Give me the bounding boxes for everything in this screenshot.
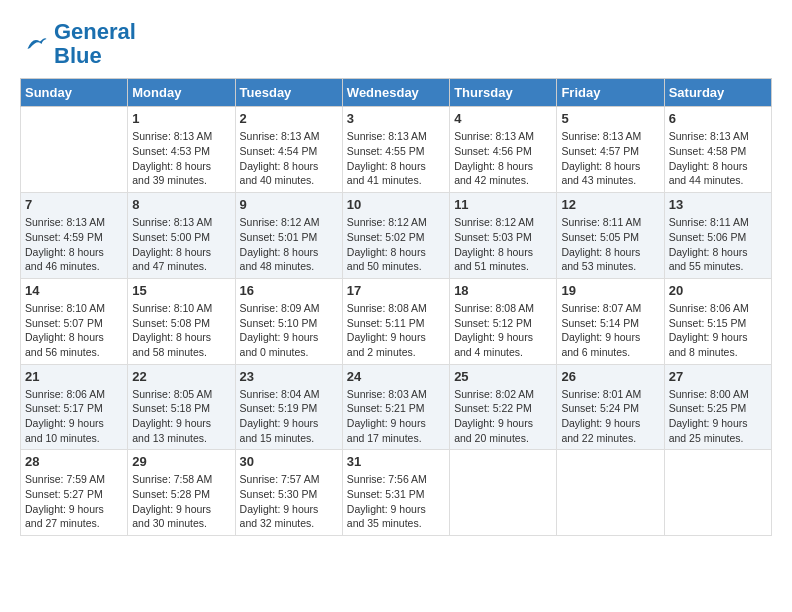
calendar-cell: 31Sunrise: 7:56 AM Sunset: 5:31 PM Dayli… xyxy=(342,450,449,536)
day-info: Sunrise: 8:12 AM Sunset: 5:01 PM Dayligh… xyxy=(240,215,338,274)
day-number: 25 xyxy=(454,369,552,384)
calendar-cell: 7Sunrise: 8:13 AM Sunset: 4:59 PM Daylig… xyxy=(21,193,128,279)
day-info: Sunrise: 8:13 AM Sunset: 4:57 PM Dayligh… xyxy=(561,129,659,188)
day-number: 28 xyxy=(25,454,123,469)
day-number: 15 xyxy=(132,283,230,298)
calendar-cell: 6Sunrise: 8:13 AM Sunset: 4:58 PM Daylig… xyxy=(664,107,771,193)
calendar-cell: 13Sunrise: 8:11 AM Sunset: 5:06 PM Dayli… xyxy=(664,193,771,279)
day-info: Sunrise: 8:13 AM Sunset: 5:00 PM Dayligh… xyxy=(132,215,230,274)
calendar-cell: 22Sunrise: 8:05 AM Sunset: 5:18 PM Dayli… xyxy=(128,364,235,450)
day-number: 11 xyxy=(454,197,552,212)
calendar-cell: 17Sunrise: 8:08 AM Sunset: 5:11 PM Dayli… xyxy=(342,278,449,364)
day-number: 24 xyxy=(347,369,445,384)
calendar-week-row: 21Sunrise: 8:06 AM Sunset: 5:17 PM Dayli… xyxy=(21,364,772,450)
day-number: 9 xyxy=(240,197,338,212)
calendar-cell: 9Sunrise: 8:12 AM Sunset: 5:01 PM Daylig… xyxy=(235,193,342,279)
calendar-cell: 26Sunrise: 8:01 AM Sunset: 5:24 PM Dayli… xyxy=(557,364,664,450)
day-info: Sunrise: 8:13 AM Sunset: 4:56 PM Dayligh… xyxy=(454,129,552,188)
day-info: Sunrise: 8:02 AM Sunset: 5:22 PM Dayligh… xyxy=(454,387,552,446)
day-info: Sunrise: 8:10 AM Sunset: 5:08 PM Dayligh… xyxy=(132,301,230,360)
day-number: 17 xyxy=(347,283,445,298)
day-info: Sunrise: 7:58 AM Sunset: 5:28 PM Dayligh… xyxy=(132,472,230,531)
calendar-cell: 11Sunrise: 8:12 AM Sunset: 5:03 PM Dayli… xyxy=(450,193,557,279)
day-info: Sunrise: 8:00 AM Sunset: 5:25 PM Dayligh… xyxy=(669,387,767,446)
day-info: Sunrise: 8:11 AM Sunset: 5:06 PM Dayligh… xyxy=(669,215,767,274)
calendar-cell: 8Sunrise: 8:13 AM Sunset: 5:00 PM Daylig… xyxy=(128,193,235,279)
day-info: Sunrise: 8:13 AM Sunset: 4:53 PM Dayligh… xyxy=(132,129,230,188)
calendar-week-row: 1Sunrise: 8:13 AM Sunset: 4:53 PM Daylig… xyxy=(21,107,772,193)
calendar-cell: 24Sunrise: 8:03 AM Sunset: 5:21 PM Dayli… xyxy=(342,364,449,450)
day-number: 29 xyxy=(132,454,230,469)
day-number: 6 xyxy=(669,111,767,126)
header: General Blue xyxy=(20,20,772,68)
calendar-header-row: SundayMondayTuesdayWednesdayThursdayFrid… xyxy=(21,79,772,107)
day-info: Sunrise: 8:13 AM Sunset: 4:58 PM Dayligh… xyxy=(669,129,767,188)
calendar-cell: 12Sunrise: 8:11 AM Sunset: 5:05 PM Dayli… xyxy=(557,193,664,279)
day-info: Sunrise: 8:08 AM Sunset: 5:12 PM Dayligh… xyxy=(454,301,552,360)
calendar-cell xyxy=(450,450,557,536)
day-info: Sunrise: 7:57 AM Sunset: 5:30 PM Dayligh… xyxy=(240,472,338,531)
calendar-cell: 21Sunrise: 8:06 AM Sunset: 5:17 PM Dayli… xyxy=(21,364,128,450)
day-info: Sunrise: 8:12 AM Sunset: 5:02 PM Dayligh… xyxy=(347,215,445,274)
calendar-week-row: 28Sunrise: 7:59 AM Sunset: 5:27 PM Dayli… xyxy=(21,450,772,536)
day-number: 8 xyxy=(132,197,230,212)
day-number: 3 xyxy=(347,111,445,126)
calendar-cell: 30Sunrise: 7:57 AM Sunset: 5:30 PM Dayli… xyxy=(235,450,342,536)
day-number: 14 xyxy=(25,283,123,298)
calendar-cell: 19Sunrise: 8:07 AM Sunset: 5:14 PM Dayli… xyxy=(557,278,664,364)
day-info: Sunrise: 8:01 AM Sunset: 5:24 PM Dayligh… xyxy=(561,387,659,446)
calendar-cell: 10Sunrise: 8:12 AM Sunset: 5:02 PM Dayli… xyxy=(342,193,449,279)
calendar-cell: 29Sunrise: 7:58 AM Sunset: 5:28 PM Dayli… xyxy=(128,450,235,536)
day-info: Sunrise: 8:06 AM Sunset: 5:17 PM Dayligh… xyxy=(25,387,123,446)
day-number: 12 xyxy=(561,197,659,212)
calendar-cell: 1Sunrise: 8:13 AM Sunset: 4:53 PM Daylig… xyxy=(128,107,235,193)
day-number: 23 xyxy=(240,369,338,384)
logo-text: General Blue xyxy=(54,20,136,68)
day-info: Sunrise: 8:08 AM Sunset: 5:11 PM Dayligh… xyxy=(347,301,445,360)
day-info: Sunrise: 8:04 AM Sunset: 5:19 PM Dayligh… xyxy=(240,387,338,446)
calendar-cell: 14Sunrise: 8:10 AM Sunset: 5:07 PM Dayli… xyxy=(21,278,128,364)
day-number: 21 xyxy=(25,369,123,384)
calendar-cell: 15Sunrise: 8:10 AM Sunset: 5:08 PM Dayli… xyxy=(128,278,235,364)
day-number: 19 xyxy=(561,283,659,298)
day-info: Sunrise: 8:13 AM Sunset: 4:59 PM Dayligh… xyxy=(25,215,123,274)
day-number: 1 xyxy=(132,111,230,126)
calendar-cell: 28Sunrise: 7:59 AM Sunset: 5:27 PM Dayli… xyxy=(21,450,128,536)
day-number: 22 xyxy=(132,369,230,384)
day-info: Sunrise: 8:06 AM Sunset: 5:15 PM Dayligh… xyxy=(669,301,767,360)
calendar-cell xyxy=(21,107,128,193)
day-info: Sunrise: 7:56 AM Sunset: 5:31 PM Dayligh… xyxy=(347,472,445,531)
day-info: Sunrise: 8:10 AM Sunset: 5:07 PM Dayligh… xyxy=(25,301,123,360)
calendar-cell: 20Sunrise: 8:06 AM Sunset: 5:15 PM Dayli… xyxy=(664,278,771,364)
weekday-header: Thursday xyxy=(450,79,557,107)
weekday-header: Monday xyxy=(128,79,235,107)
calendar-cell: 27Sunrise: 8:00 AM Sunset: 5:25 PM Dayli… xyxy=(664,364,771,450)
day-number: 16 xyxy=(240,283,338,298)
calendar-cell: 4Sunrise: 8:13 AM Sunset: 4:56 PM Daylig… xyxy=(450,107,557,193)
day-number: 31 xyxy=(347,454,445,469)
calendar-cell: 5Sunrise: 8:13 AM Sunset: 4:57 PM Daylig… xyxy=(557,107,664,193)
weekday-header: Tuesday xyxy=(235,79,342,107)
calendar-cell: 2Sunrise: 8:13 AM Sunset: 4:54 PM Daylig… xyxy=(235,107,342,193)
day-number: 7 xyxy=(25,197,123,212)
day-number: 26 xyxy=(561,369,659,384)
day-info: Sunrise: 7:59 AM Sunset: 5:27 PM Dayligh… xyxy=(25,472,123,531)
calendar-week-row: 14Sunrise: 8:10 AM Sunset: 5:07 PM Dayli… xyxy=(21,278,772,364)
day-info: Sunrise: 8:13 AM Sunset: 4:54 PM Dayligh… xyxy=(240,129,338,188)
logo-icon xyxy=(20,34,50,54)
day-info: Sunrise: 8:13 AM Sunset: 4:55 PM Dayligh… xyxy=(347,129,445,188)
weekday-header: Wednesday xyxy=(342,79,449,107)
day-number: 13 xyxy=(669,197,767,212)
calendar-cell: 3Sunrise: 8:13 AM Sunset: 4:55 PM Daylig… xyxy=(342,107,449,193)
day-info: Sunrise: 8:11 AM Sunset: 5:05 PM Dayligh… xyxy=(561,215,659,274)
day-number: 30 xyxy=(240,454,338,469)
calendar-week-row: 7Sunrise: 8:13 AM Sunset: 4:59 PM Daylig… xyxy=(21,193,772,279)
day-info: Sunrise: 8:12 AM Sunset: 5:03 PM Dayligh… xyxy=(454,215,552,274)
day-number: 4 xyxy=(454,111,552,126)
day-number: 10 xyxy=(347,197,445,212)
day-number: 20 xyxy=(669,283,767,298)
day-number: 2 xyxy=(240,111,338,126)
calendar-table: SundayMondayTuesdayWednesdayThursdayFrid… xyxy=(20,78,772,536)
day-info: Sunrise: 8:05 AM Sunset: 5:18 PM Dayligh… xyxy=(132,387,230,446)
day-info: Sunrise: 8:03 AM Sunset: 5:21 PM Dayligh… xyxy=(347,387,445,446)
